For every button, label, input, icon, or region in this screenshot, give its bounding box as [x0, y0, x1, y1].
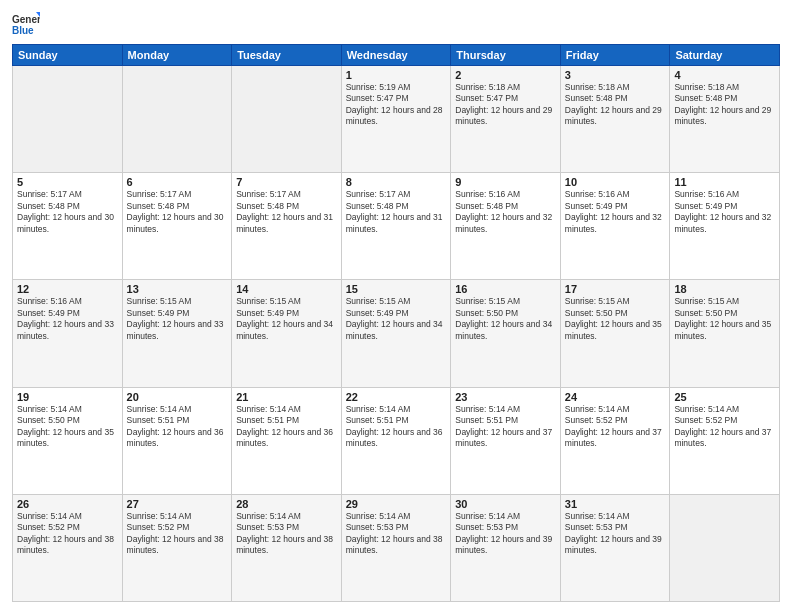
day-cell: 6Sunrise: 5:17 AM Sunset: 5:48 PM Daylig…	[122, 173, 232, 280]
day-number: 22	[346, 391, 447, 403]
day-cell	[232, 66, 342, 173]
day-cell: 1Sunrise: 5:19 AM Sunset: 5:47 PM Daylig…	[341, 66, 451, 173]
day-number: 4	[674, 69, 775, 81]
day-info: Sunrise: 5:18 AM Sunset: 5:48 PM Dayligh…	[674, 82, 775, 128]
day-number: 25	[674, 391, 775, 403]
svg-text:General: General	[12, 14, 40, 25]
day-number: 3	[565, 69, 666, 81]
logo-container: General Blue	[12, 10, 40, 38]
day-info: Sunrise: 5:14 AM Sunset: 5:51 PM Dayligh…	[346, 404, 447, 450]
day-number: 10	[565, 176, 666, 188]
day-info: Sunrise: 5:14 AM Sunset: 5:53 PM Dayligh…	[455, 511, 556, 557]
day-header-tuesday: Tuesday	[232, 45, 342, 66]
day-info: Sunrise: 5:16 AM Sunset: 5:49 PM Dayligh…	[565, 189, 666, 235]
day-info: Sunrise: 5:17 AM Sunset: 5:48 PM Dayligh…	[127, 189, 228, 235]
week-row-5: 26Sunrise: 5:14 AM Sunset: 5:52 PM Dayli…	[13, 494, 780, 601]
day-cell: 12Sunrise: 5:16 AM Sunset: 5:49 PM Dayli…	[13, 280, 123, 387]
day-number: 9	[455, 176, 556, 188]
day-info: Sunrise: 5:18 AM Sunset: 5:48 PM Dayligh…	[565, 82, 666, 128]
day-number: 6	[127, 176, 228, 188]
logo-bird-icon: General Blue	[12, 10, 40, 38]
day-cell: 4Sunrise: 5:18 AM Sunset: 5:48 PM Daylig…	[670, 66, 780, 173]
day-info: Sunrise: 5:14 AM Sunset: 5:53 PM Dayligh…	[236, 511, 337, 557]
day-number: 24	[565, 391, 666, 403]
day-header-monday: Monday	[122, 45, 232, 66]
day-header-row: SundayMondayTuesdayWednesdayThursdayFrid…	[13, 45, 780, 66]
day-number: 5	[17, 176, 118, 188]
day-cell	[670, 494, 780, 601]
day-cell: 7Sunrise: 5:17 AM Sunset: 5:48 PM Daylig…	[232, 173, 342, 280]
day-number: 17	[565, 283, 666, 295]
day-info: Sunrise: 5:19 AM Sunset: 5:47 PM Dayligh…	[346, 82, 447, 128]
day-cell: 28Sunrise: 5:14 AM Sunset: 5:53 PM Dayli…	[232, 494, 342, 601]
day-cell: 18Sunrise: 5:15 AM Sunset: 5:50 PM Dayli…	[670, 280, 780, 387]
day-cell: 24Sunrise: 5:14 AM Sunset: 5:52 PM Dayli…	[560, 387, 670, 494]
day-cell: 25Sunrise: 5:14 AM Sunset: 5:52 PM Dayli…	[670, 387, 780, 494]
day-info: Sunrise: 5:15 AM Sunset: 5:50 PM Dayligh…	[455, 296, 556, 342]
day-info: Sunrise: 5:14 AM Sunset: 5:53 PM Dayligh…	[346, 511, 447, 557]
day-number: 16	[455, 283, 556, 295]
day-info: Sunrise: 5:14 AM Sunset: 5:52 PM Dayligh…	[674, 404, 775, 450]
week-row-1: 1Sunrise: 5:19 AM Sunset: 5:47 PM Daylig…	[13, 66, 780, 173]
day-cell: 22Sunrise: 5:14 AM Sunset: 5:51 PM Dayli…	[341, 387, 451, 494]
day-cell: 30Sunrise: 5:14 AM Sunset: 5:53 PM Dayli…	[451, 494, 561, 601]
day-info: Sunrise: 5:14 AM Sunset: 5:52 PM Dayligh…	[17, 511, 118, 557]
day-info: Sunrise: 5:14 AM Sunset: 5:53 PM Dayligh…	[565, 511, 666, 557]
day-cell: 20Sunrise: 5:14 AM Sunset: 5:51 PM Dayli…	[122, 387, 232, 494]
day-header-saturday: Saturday	[670, 45, 780, 66]
day-info: Sunrise: 5:17 AM Sunset: 5:48 PM Dayligh…	[346, 189, 447, 235]
day-cell: 14Sunrise: 5:15 AM Sunset: 5:49 PM Dayli…	[232, 280, 342, 387]
day-cell: 26Sunrise: 5:14 AM Sunset: 5:52 PM Dayli…	[13, 494, 123, 601]
day-number: 1	[346, 69, 447, 81]
day-info: Sunrise: 5:14 AM Sunset: 5:51 PM Dayligh…	[236, 404, 337, 450]
day-number: 13	[127, 283, 228, 295]
day-cell: 11Sunrise: 5:16 AM Sunset: 5:49 PM Dayli…	[670, 173, 780, 280]
calendar-page: General Blue SundayMondayTuesdayWednesda…	[0, 0, 792, 612]
day-number: 20	[127, 391, 228, 403]
day-number: 27	[127, 498, 228, 510]
day-info: Sunrise: 5:14 AM Sunset: 5:52 PM Dayligh…	[127, 511, 228, 557]
day-cell: 2Sunrise: 5:18 AM Sunset: 5:47 PM Daylig…	[451, 66, 561, 173]
day-cell: 19Sunrise: 5:14 AM Sunset: 5:50 PM Dayli…	[13, 387, 123, 494]
svg-text:Blue: Blue	[12, 25, 34, 36]
day-info: Sunrise: 5:15 AM Sunset: 5:49 PM Dayligh…	[236, 296, 337, 342]
day-header-wednesday: Wednesday	[341, 45, 451, 66]
day-cell: 16Sunrise: 5:15 AM Sunset: 5:50 PM Dayli…	[451, 280, 561, 387]
day-number: 26	[17, 498, 118, 510]
day-number: 23	[455, 391, 556, 403]
day-number: 14	[236, 283, 337, 295]
day-cell: 23Sunrise: 5:14 AM Sunset: 5:51 PM Dayli…	[451, 387, 561, 494]
day-info: Sunrise: 5:14 AM Sunset: 5:50 PM Dayligh…	[17, 404, 118, 450]
day-header-friday: Friday	[560, 45, 670, 66]
day-info: Sunrise: 5:14 AM Sunset: 5:51 PM Dayligh…	[127, 404, 228, 450]
day-cell: 31Sunrise: 5:14 AM Sunset: 5:53 PM Dayli…	[560, 494, 670, 601]
day-info: Sunrise: 5:14 AM Sunset: 5:51 PM Dayligh…	[455, 404, 556, 450]
day-info: Sunrise: 5:15 AM Sunset: 5:49 PM Dayligh…	[346, 296, 447, 342]
day-info: Sunrise: 5:15 AM Sunset: 5:49 PM Dayligh…	[127, 296, 228, 342]
week-row-4: 19Sunrise: 5:14 AM Sunset: 5:50 PM Dayli…	[13, 387, 780, 494]
day-number: 31	[565, 498, 666, 510]
day-number: 12	[17, 283, 118, 295]
day-cell: 15Sunrise: 5:15 AM Sunset: 5:49 PM Dayli…	[341, 280, 451, 387]
day-cell: 29Sunrise: 5:14 AM Sunset: 5:53 PM Dayli…	[341, 494, 451, 601]
day-cell: 8Sunrise: 5:17 AM Sunset: 5:48 PM Daylig…	[341, 173, 451, 280]
day-number: 18	[674, 283, 775, 295]
day-cell: 21Sunrise: 5:14 AM Sunset: 5:51 PM Dayli…	[232, 387, 342, 494]
day-cell	[122, 66, 232, 173]
day-number: 2	[455, 69, 556, 81]
day-cell	[13, 66, 123, 173]
day-cell: 17Sunrise: 5:15 AM Sunset: 5:50 PM Dayli…	[560, 280, 670, 387]
day-number: 15	[346, 283, 447, 295]
day-cell: 9Sunrise: 5:16 AM Sunset: 5:48 PM Daylig…	[451, 173, 561, 280]
day-header-sunday: Sunday	[13, 45, 123, 66]
week-row-3: 12Sunrise: 5:16 AM Sunset: 5:49 PM Dayli…	[13, 280, 780, 387]
day-cell: 3Sunrise: 5:18 AM Sunset: 5:48 PM Daylig…	[560, 66, 670, 173]
day-info: Sunrise: 5:14 AM Sunset: 5:52 PM Dayligh…	[565, 404, 666, 450]
day-cell: 13Sunrise: 5:15 AM Sunset: 5:49 PM Dayli…	[122, 280, 232, 387]
day-number: 11	[674, 176, 775, 188]
calendar-table: SundayMondayTuesdayWednesdayThursdayFrid…	[12, 44, 780, 602]
day-number: 28	[236, 498, 337, 510]
day-cell: 5Sunrise: 5:17 AM Sunset: 5:48 PM Daylig…	[13, 173, 123, 280]
day-info: Sunrise: 5:16 AM Sunset: 5:49 PM Dayligh…	[17, 296, 118, 342]
day-info: Sunrise: 5:17 AM Sunset: 5:48 PM Dayligh…	[236, 189, 337, 235]
